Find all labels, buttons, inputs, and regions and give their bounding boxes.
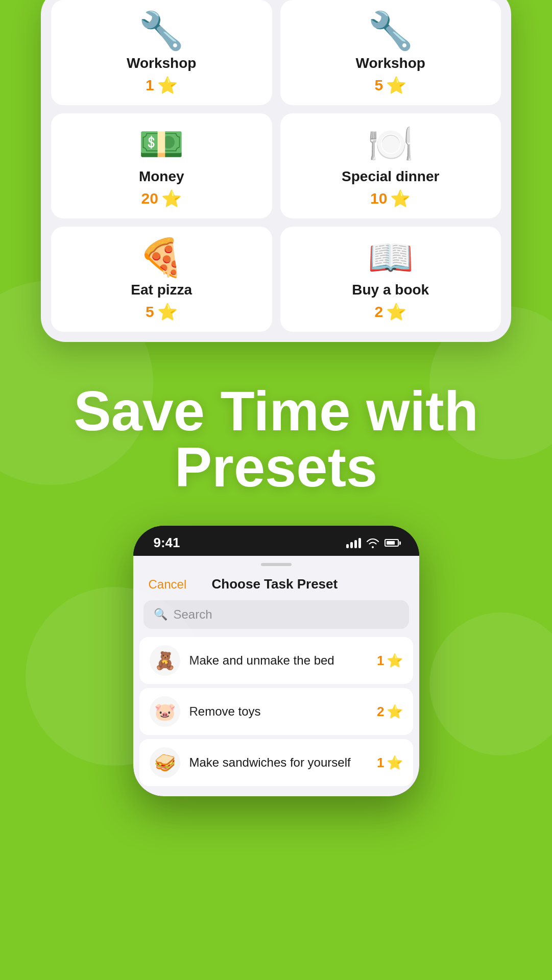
task-name-task-sandwiches: Make sandwiches for yourself [189,755,368,770]
phone-screen: Cancel Choose Task Preset 🔍 Search 🧸 Mak… [133,556,419,796]
task-row-task-sandwiches[interactable]: 🥪 Make sandwiches for yourself 1 ⭐ [139,739,413,786]
reward-stars-workshop5: 5 ⭐ [374,76,406,95]
search-placeholder: Search [174,607,212,622]
workshop-icon-2: 🔧 [368,12,414,49]
star-icon-buy-book: ⭐ [386,302,406,322]
task-name-task-bed: Make and unmake the bed [189,653,368,668]
reward-stars-money20: 20 ⭐ [141,189,182,208]
reward-card-special-dinner[interactable]: 🍽️ Special dinner 10 ⭐ [280,113,501,218]
task-reward-task-bed: 1 ⭐ [377,653,402,669]
sandwiches-task-icon: 🥪 [150,747,180,778]
modal-title: Choose Task Preset [212,576,338,592]
battery-icon [385,539,399,547]
task-list: 🧸 Make and unmake the bed 1 ⭐ 🐷 Remove t… [133,637,419,796]
task-star-task-sandwiches: ⭐ [387,755,403,771]
stars-count-special-dinner: 10 [370,190,387,207]
wifi-icon [366,538,379,548]
reward-stars-buy-book: 2 ⭐ [374,302,406,322]
task-reward-count-task-bed: 1 [377,653,384,669]
task-row-task-toys[interactable]: 🐷 Remove toys 2 ⭐ [139,688,413,735]
reward-name-special-dinner: Special dinner [342,168,439,185]
reward-stars-workshop1: 1 ⭐ [146,76,178,95]
stars-count-workshop5: 5 [374,77,383,94]
reward-stars-special-dinner: 10 ⭐ [370,189,411,208]
search-icon: 🔍 [154,608,167,621]
bottom-phone-mockup: 9:41 Cancel Choose Task [133,526,419,796]
reward-name-workshop1: Workshop [127,55,196,71]
reward-name-workshop5: Workshop [356,55,425,71]
book-icon: 📖 [368,239,414,276]
toys-task-icon: 🐷 [150,696,180,727]
stars-count-workshop1: 1 [146,77,154,94]
top-phone-mockup: 🔧 Workshop 1 ⭐ 🔧 Workshop 5 ⭐ 💵 Money 20… [41,0,511,342]
task-row-task-bed[interactable]: 🧸 Make and unmake the bed 1 ⭐ [139,637,413,684]
dinner-icon: 🍽️ [368,126,414,162]
modal-header: Cancel Choose Task Preset [133,566,419,600]
star-icon-eat-pizza: ⭐ [157,302,178,322]
signal-icon [346,538,361,548]
reward-stars-eat-pizza: 5 ⭐ [146,302,178,322]
reward-name-buy-book: Buy a book [352,282,429,298]
reward-name-money20: Money [139,168,184,185]
reward-card-eat-pizza[interactable]: 🍕 Eat pizza 5 ⭐ [51,227,272,332]
reward-card-workshop1[interactable]: 🔧 Workshop 1 ⭐ [51,0,272,105]
task-reward-task-sandwiches: 1 ⭐ [377,755,402,771]
reward-card-workshop5[interactable]: 🔧 Workshop 5 ⭐ [280,0,501,105]
reward-card-money20[interactable]: 💵 Money 20 ⭐ [51,113,272,218]
reward-card-buy-book[interactable]: 📖 Buy a book 2 ⭐ [280,227,501,332]
star-icon-special-dinner: ⭐ [390,189,411,208]
task-reward-task-toys: 2 ⭐ [377,704,402,720]
workshop-icon: 🔧 [138,12,184,49]
stars-count-money20: 20 [141,190,158,207]
bed-task-icon: 🧸 [150,645,180,676]
pizza-icon: 🍕 [138,239,184,276]
hero-section: Save Time with Presets [0,352,552,516]
hero-title: Save Time with Presets [31,383,521,495]
search-bar[interactable]: 🔍 Search [143,600,409,629]
status-time: 9:41 [154,535,180,551]
star-icon-workshop5: ⭐ [386,76,406,95]
status-icons [346,538,399,548]
task-reward-count-task-toys: 2 [377,704,384,720]
money-icon: 💵 [138,126,184,162]
task-star-task-toys: ⭐ [387,704,403,720]
cancel-button[interactable]: Cancel [149,577,187,592]
task-reward-count-task-sandwiches: 1 [377,755,384,771]
status-bar: 9:41 [133,526,419,556]
rewards-grid: 🔧 Workshop 1 ⭐ 🔧 Workshop 5 ⭐ 💵 Money 20… [51,0,501,332]
task-name-task-toys: Remove toys [189,704,368,719]
star-icon-money20: ⭐ [161,189,182,208]
star-icon-workshop1: ⭐ [157,76,178,95]
reward-name-eat-pizza: Eat pizza [131,282,192,298]
bottom-phone-wrapper: 9:41 Cancel Choose Task [0,516,552,796]
stars-count-buy-book: 2 [374,303,383,321]
stars-count-eat-pizza: 5 [146,303,154,321]
task-star-task-bed: ⭐ [387,653,403,669]
